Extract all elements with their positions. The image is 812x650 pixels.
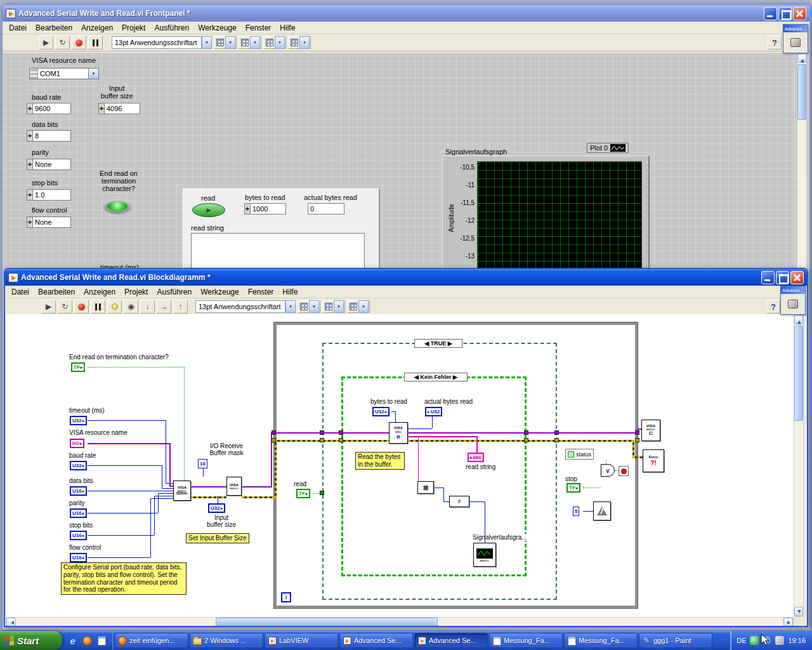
read-toggle-button[interactable]: ▶ [192, 203, 225, 217]
taskbar-item-windows-explorer[interactable]: 2 Windows ... [190, 633, 263, 648]
taskbar-item-zeit-einfuegen[interactable]: zeit einfügen... [115, 633, 188, 648]
scroll-thumb[interactable] [216, 618, 438, 627]
visa-resource-combo[interactable]: COM1 ▼ [29, 68, 99, 79]
chevron-down-icon[interactable]: ▼ [88, 69, 98, 79]
data-bits-field[interactable]: 8 [27, 130, 71, 142]
wait-constant[interactable]: 5 [573, 507, 579, 516]
run-continuous-button[interactable]: ↻ [58, 300, 72, 314]
menu-ausfuehren[interactable]: Ausführen [150, 22, 193, 34]
font-selector[interactable]: 13pt Anwendungsschriftart ▼ [195, 300, 296, 313]
scroll-down-button[interactable] [794, 607, 803, 616]
flow-control-terminal[interactable]: U16▸ [70, 553, 87, 562]
pause-button[interactable] [91, 300, 105, 314]
distribute-objects-dropdown[interactable]: ▼ [322, 300, 345, 313]
parity-field[interactable]: None [27, 159, 71, 170]
align-objects-dropdown[interactable]: ▼ [298, 300, 320, 313]
parity-terminal[interactable]: U16▸ [70, 508, 87, 518]
scroll-right-button[interactable] [783, 618, 793, 627]
retain-wire-values-button[interactable]: ◉ [124, 300, 138, 314]
scroll-thumb[interactable] [794, 326, 803, 421]
case-selector-no-error[interactable]: ◀ Kein Fehler ▶ [404, 373, 468, 381]
menu-fenster[interactable]: Fenster [244, 286, 278, 298]
internet-explorer-icon[interactable]: e [67, 635, 78, 646]
loop-condition-terminal[interactable] [619, 466, 629, 476]
wait-ms-icon[interactable] [593, 501, 611, 521]
visa-close-icon[interactable]: VISA C [641, 420, 660, 441]
maximize-button[interactable] [778, 7, 792, 20]
minimize-button[interactable] [764, 7, 777, 20]
string-to-byte-array-icon[interactable]: ▦ [417, 481, 434, 494]
start-button[interactable]: Start [0, 631, 62, 650]
chevron-down-icon[interactable]: ▼ [285, 300, 296, 313]
menu-anzeigen[interactable]: Anzeigen [79, 286, 120, 298]
run-button[interactable]: ▶ [41, 300, 56, 314]
read-string-terminal[interactable]: ▸abc [468, 453, 484, 462]
read-terminal[interactable]: TF▸ [296, 489, 310, 498]
menu-ausfuehren[interactable]: Ausführen [152, 286, 196, 298]
step-out-button[interactable]: ↑ [173, 300, 188, 314]
loop-iteration-terminal[interactable]: i [281, 592, 291, 602]
visa-read-icon[interactable]: VISA abc R [389, 422, 408, 444]
menu-datei[interactable]: Datei [7, 286, 34, 298]
menu-hilfe[interactable]: Hilfe [278, 286, 302, 298]
tools-palette[interactable]: Advance... [783, 24, 808, 53]
taskbar-item-paint[interactable]: ✎ggg1 - Paint [639, 633, 712, 648]
menu-anzeigen[interactable]: Anzeigen [77, 22, 117, 34]
stop-bits-terminal[interactable]: U16▸ [70, 531, 87, 540]
chevron-down-icon[interactable]: ▼ [202, 36, 212, 49]
taskbar-item-labview[interactable]: LabVIEW [265, 633, 338, 648]
bytes-to-read-field[interactable]: 1000 [244, 203, 286, 215]
increment-decrement-icon[interactable] [27, 130, 32, 142]
scroll-left-button[interactable] [6, 618, 16, 627]
simple-error-handler-icon[interactable]: Error ?! [643, 449, 664, 472]
menu-werkzeuge[interactable]: Werkzeuge [193, 22, 240, 34]
bytes-to-read-terminal[interactable]: U32▸ [372, 407, 390, 416]
actual-bytes-read-terminal[interactable]: ▸U32 [425, 407, 442, 416]
menu-projekt[interactable]: Projekt [117, 22, 150, 34]
baud-rate-terminal[interactable]: U32▸ [70, 461, 87, 470]
tray-icon-3[interactable] [775, 636, 784, 645]
resize-objects-dropdown[interactable]: ▼ [347, 300, 370, 313]
waveform-chart-terminal[interactable] [473, 543, 496, 567]
language-indicator[interactable]: DE [737, 637, 746, 644]
visa-set-buffer-size-icon[interactable]: VISA [226, 477, 242, 496]
stop-bits-field[interactable]: 1.0 [27, 189, 71, 201]
close-button[interactable] [793, 7, 806, 20]
input-buffer-terminal[interactable]: U32▸ [208, 503, 225, 513]
increment-decrement-icon[interactable] [27, 103, 32, 114]
distribute-objects-dropdown[interactable]: ▼ [239, 36, 261, 49]
data-bits-terminal[interactable]: U16▸ [70, 486, 87, 496]
firefox-icon[interactable] [82, 635, 93, 646]
scroll-thumb[interactable] [797, 64, 806, 120]
visa-configure-serial-icon[interactable]: VISA SERIAL [173, 481, 191, 501]
menu-werkzeuge[interactable]: Werkzeuge [196, 286, 243, 298]
step-into-button[interactable]: ↓ [140, 300, 155, 314]
minimize-button[interactable] [761, 271, 775, 284]
taskbar-item-messung-1[interactable]: Messung_Fa... [489, 633, 563, 648]
taskbar-item-advanced-serial-1[interactable]: Advanced Se... [339, 633, 413, 648]
baud-rate-field[interactable]: 9600 [27, 103, 71, 114]
end-read-led-button[interactable] [103, 199, 131, 213]
run-continuous-button[interactable]: ↻ [55, 36, 70, 50]
document-icon[interactable] [96, 635, 107, 646]
increment-decrement-icon[interactable] [244, 203, 250, 215]
stop-terminal[interactable]: TF▸ [566, 483, 580, 493]
menu-bearbeiten[interactable]: Bearbeiten [31, 22, 77, 34]
highlight-execution-button[interactable] [107, 300, 122, 314]
maximize-button[interactable] [776, 271, 789, 284]
step-over-button[interactable]: → [157, 300, 171, 314]
scroll-up-button[interactable] [794, 315, 803, 324]
menu-hilfe[interactable]: Hilfe [275, 22, 299, 34]
visa-resource-terminal[interactable]: I/O▸ [70, 439, 84, 448]
taskbar-item-advanced-serial-2[interactable]: Advanced Se... [414, 633, 488, 648]
increment-decrement-icon[interactable] [27, 189, 32, 201]
increment-decrement-icon[interactable] [27, 216, 32, 228]
blockdiagram-vscrollbar[interactable] [794, 314, 804, 617]
menu-fenster[interactable]: Fenster [241, 22, 276, 34]
tray-icon-1[interactable] [750, 636, 759, 645]
or-gate-node[interactable]: ∨ [601, 464, 615, 477]
increment-decrement-icon[interactable] [98, 103, 104, 114]
menu-bearbeiten[interactable]: Bearbeiten [34, 286, 79, 298]
help-button[interactable]: ? [768, 36, 782, 50]
help-button[interactable]: ? [766, 300, 780, 314]
